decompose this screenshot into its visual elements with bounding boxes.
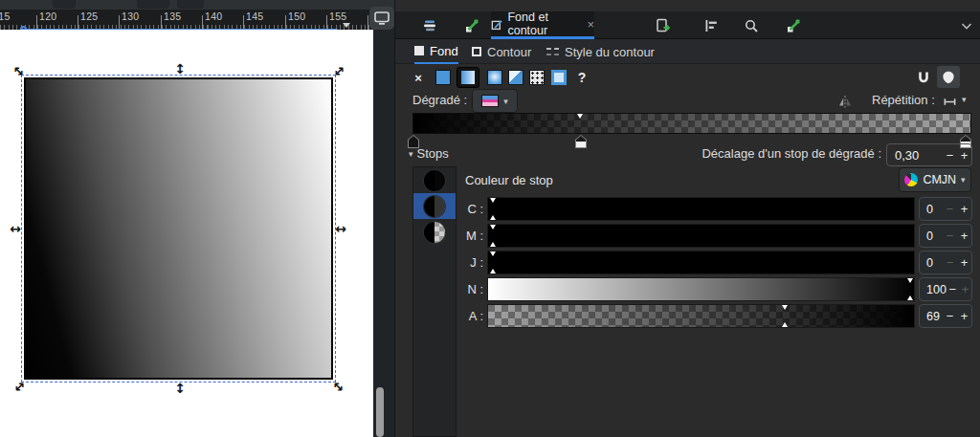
- minus-button[interactable]: −: [947, 282, 959, 296]
- paint-none-button[interactable]: ×: [411, 67, 426, 88]
- monitor-icon: [373, 11, 390, 26]
- ruler-label: 115: [0, 11, 11, 22]
- toolbar-remnant: [0, 0, 394, 10]
- channel-m-value[interactable]: 0: [920, 229, 943, 243]
- channel-m-slider[interactable]: [487, 224, 915, 248]
- channel-a-slider[interactable]: [487, 304, 915, 328]
- channel-n-label: N :: [462, 282, 483, 296]
- gradient-select-button[interactable]: ▾: [472, 89, 518, 113]
- plus-button[interactable]: +: [957, 255, 971, 270]
- ruler-label: 140: [205, 11, 222, 22]
- chevron-down-icon: [959, 18, 974, 33]
- scale-handle-right[interactable]: ↔: [333, 221, 348, 236]
- preferences-button[interactable]: [782, 14, 805, 36]
- dock-menu-button[interactable]: [955, 14, 978, 36]
- document-canvas[interactable]: [0, 30, 373, 437]
- vertical-scrollbar-thumb[interactable]: [376, 387, 384, 437]
- stop-offset-spinbox[interactable]: 0,30 − +: [886, 143, 972, 166]
- horizontal-ruler[interactable]: 115 120 125 130 135 140 145 150 155: [0, 10, 373, 30]
- channel-a-value[interactable]: 69: [920, 310, 943, 323]
- channel-n-value-box[interactable]: 100 − +: [919, 277, 972, 301]
- tab-close-icon[interactable]: ×: [587, 17, 594, 32]
- paint-flat-button[interactable]: [435, 67, 451, 88]
- channel-a-value-box[interactable]: 69 − +: [919, 304, 972, 328]
- gradient-stop-slider[interactable]: [412, 113, 971, 134]
- channel-n-value[interactable]: 100: [920, 283, 947, 296]
- scale-handle-top[interactable]: ↕: [172, 61, 188, 76]
- gradient-label: Dégradé :: [412, 93, 467, 107]
- fill-rule-evenodd-button[interactable]: [912, 66, 935, 88]
- channel-c-slider[interactable]: [487, 197, 915, 221]
- tab-contour[interactable]: Contour: [472, 39, 531, 64]
- offset-plus-button[interactable]: +: [957, 148, 971, 163]
- tab-style-label: Style du contour: [565, 45, 655, 59]
- stops-expander[interactable]: ▾ Stops: [409, 146, 449, 161]
- toolbar-button-partial: [137, 0, 169, 9]
- channel-m-value-box[interactable]: 0 − +: [919, 224, 972, 248]
- swatch-icon: [551, 70, 567, 85]
- tab-fill-and-stroke[interactable]: Fond et contour ×: [491, 11, 594, 39]
- linear-gradient-icon: [460, 70, 476, 85]
- plus-button[interactable]: +: [959, 282, 971, 296]
- channel-a-label: A :: [462, 309, 483, 323]
- reverse-gradient-button[interactable]: [837, 91, 853, 112]
- repeat-mode-button[interactable]: [943, 91, 957, 112]
- scale-handle-left[interactable]: ↔: [8, 221, 23, 236]
- export-dialog-button[interactable]: [652, 14, 675, 36]
- tab-fond[interactable]: Fond: [414, 39, 458, 64]
- align-distribute-button[interactable]: [700, 14, 723, 36]
- paint-pattern-button[interactable]: [529, 67, 545, 88]
- mirror-icon: [837, 94, 853, 109]
- slider-handle-marker: [782, 305, 788, 310]
- paint-linear-gradient-button[interactable]: [457, 67, 479, 88]
- tab-contour-label: Contour: [487, 45, 531, 59]
- tab-style-contour[interactable]: Style du contour: [546, 39, 655, 64]
- display-mode-button[interactable]: [369, 7, 394, 30]
- fill-rule-nonzero-icon: [941, 70, 956, 85]
- color-mode-dropdown[interactable]: CMJN ▾: [899, 167, 971, 192]
- channel-c-value-box[interactable]: 0 − +: [919, 197, 972, 221]
- stroke-style-icon: [546, 48, 559, 55]
- stops-label: Stops: [417, 146, 449, 161]
- channel-n-slider[interactable]: [487, 277, 915, 301]
- chevron-down-icon[interactable]: ▾: [962, 95, 967, 104]
- channel-j-value[interactable]: 0: [920, 256, 943, 270]
- minus-button[interactable]: −: [943, 202, 957, 216]
- minus-button[interactable]: −: [943, 229, 957, 243]
- channel-j-label: J :: [462, 255, 483, 270]
- plus-button[interactable]: +: [957, 229, 971, 243]
- repeat-none-icon: [943, 95, 957, 109]
- search-icon: [744, 18, 759, 33]
- export-icon: [656, 18, 671, 33]
- ruler-label: 150: [288, 11, 305, 22]
- paint-radial-gradient-button[interactable]: [487, 67, 502, 88]
- selected-gradient-rectangle[interactable]: [24, 77, 333, 380]
- ruler-tick: [36, 15, 37, 30]
- scale-handle-bottom[interactable]: ↕: [172, 381, 188, 396]
- paint-mesh-gradient-button[interactable]: [508, 67, 523, 88]
- minus-button[interactable]: −: [943, 309, 957, 323]
- plus-button[interactable]: +: [957, 309, 971, 323]
- channel-j-value-box[interactable]: 0 − +: [919, 251, 972, 274]
- radial-gradient-icon: [487, 70, 502, 85]
- chevron-down-icon: ▾: [961, 175, 966, 185]
- stop-offset-value[interactable]: 0,30: [887, 148, 943, 163]
- channel-m-label: M :: [462, 229, 483, 243]
- minus-button[interactable]: −: [943, 255, 957, 270]
- paint-unknown-button[interactable]: ?: [575, 67, 589, 88]
- plus-button[interactable]: +: [957, 202, 971, 216]
- tab-fond-label: Fond: [430, 44, 458, 58]
- color-mode-value: CMJN: [923, 173, 956, 186]
- channel-c-value[interactable]: 0: [920, 203, 943, 216]
- channel-row-a: A : 69 − +: [395, 304, 980, 328]
- find-replace-button[interactable]: [740, 14, 763, 36]
- ruler-label: 120: [39, 11, 56, 22]
- paint-swatch-button[interactable]: [551, 67, 567, 88]
- object-properties-button[interactable]: [460, 14, 483, 36]
- mesh-gradient-icon: [508, 70, 523, 85]
- stop-list-item-1[interactable]: [413, 167, 456, 193]
- channel-j-slider[interactable]: [487, 251, 915, 274]
- fill-rule-nonzero-button[interactable]: [937, 66, 960, 88]
- layers-dialog-button[interactable]: [418, 14, 441, 36]
- offset-minus-button[interactable]: −: [943, 148, 957, 163]
